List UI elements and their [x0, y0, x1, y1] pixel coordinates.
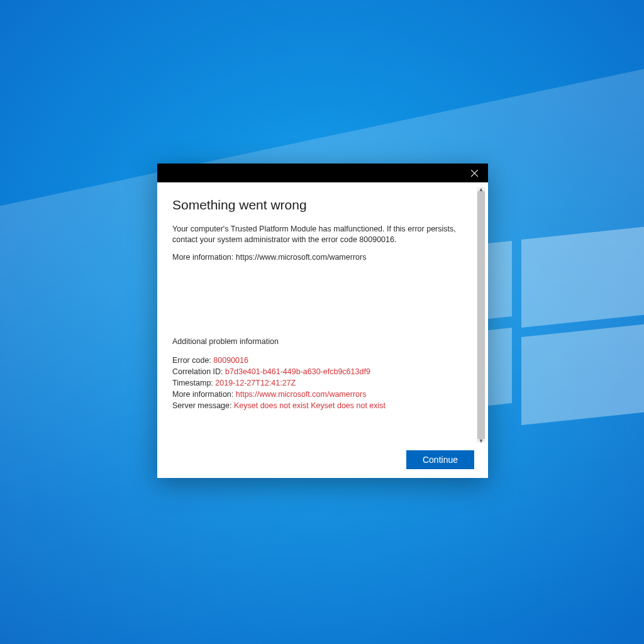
close-icon — [471, 170, 478, 177]
correlation-id-label: Correlation ID: — [172, 367, 223, 376]
error-code-value: 80090016 — [213, 356, 248, 365]
error-code-row: Error code: 80090016 — [172, 355, 473, 366]
more-info-url: https://www.microsoft.com/wamerrors — [236, 253, 367, 262]
dialog-title: Something went wrong — [172, 197, 473, 213]
timestamp-value: 2019-12-27T12:41:27Z — [215, 379, 296, 387]
continue-button[interactable]: Continue — [406, 450, 474, 469]
close-button[interactable] — [460, 164, 488, 182]
additional-info-heading: Additional problem information — [172, 337, 473, 346]
scroll-thumb[interactable] — [477, 191, 485, 439]
timestamp-row: Timestamp: 2019-12-27T12:41:27Z — [172, 377, 473, 389]
correlation-id-value: b7d3e401-b461-449b-a630-efcb9c613df9 — [225, 367, 370, 376]
more-info-detail-value: https://www.microsoft.com/wamerrors — [236, 390, 367, 399]
error-dialog: ▲ ▼ Something went wrong Your computer's… — [157, 164, 488, 478]
correlation-id-row: Correlation ID: b7d3e401-b461-449b-a630-… — [172, 366, 473, 377]
desktop-background: ▲ ▼ Something went wrong Your computer's… — [0, 0, 644, 644]
more-info-label: More information: — [172, 253, 233, 262]
server-message-label: Server message: — [172, 401, 231, 410]
more-info-row: More information: https://www.microsoft.… — [172, 389, 473, 400]
more-info-line: More information: https://www.microsoft.… — [172, 253, 473, 262]
server-message-value: Keyset does not exist Keyset does not ex… — [234, 401, 386, 410]
error-description: Your computer's Trusted Platform Module … — [172, 224, 463, 245]
timestamp-label: Timestamp: — [172, 379, 213, 387]
error-code-label: Error code: — [172, 356, 211, 365]
dialog-titlebar — [157, 164, 488, 182]
server-message-row: Server message: Keyset does not exist Ke… — [172, 400, 473, 411]
more-info-detail-label: More information: — [172, 390, 233, 399]
dialog-body: ▲ ▼ Something went wrong Your computer's… — [157, 182, 488, 478]
scrollbar[interactable]: ▲ ▼ — [477, 187, 486, 443]
dialog-footer: Continue — [406, 450, 474, 469]
scroll-down-icon[interactable]: ▼ — [477, 438, 486, 444]
